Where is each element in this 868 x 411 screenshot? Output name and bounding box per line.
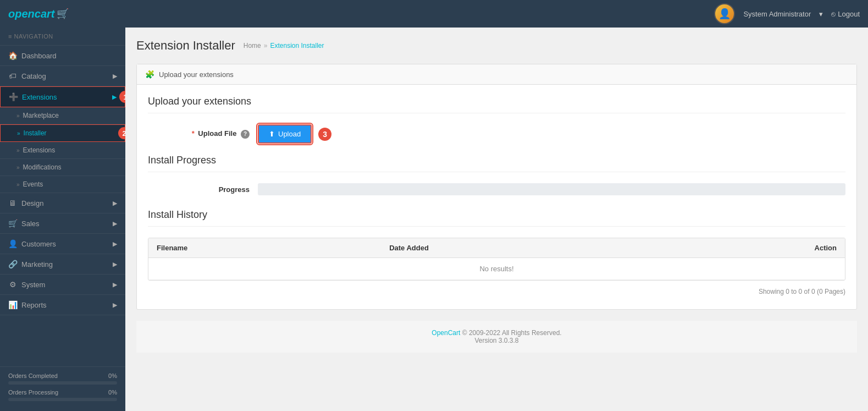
page-header: Extension Installer Home » Extension Ins… [136,39,857,53]
catalog-arrow: ▶ [113,73,117,80]
upload-btn-label: Upload [278,130,301,138]
catalog-icon: 🏷 [8,72,17,80]
customers-arrow: ▶ [113,240,117,248]
puzzle-icon: 🧩 [145,70,154,79]
page-title: Extension Installer [136,39,235,53]
history-table-container: Filename Date Added Action No results! [148,238,845,281]
progress-section: Install Progress Progress [148,155,845,195]
sales-icon: 🛒 [8,219,17,228]
table-header-row: Filename Date Added Action [148,238,845,258]
progress-bar-container [258,183,845,195]
sidebar-item-label: Design [21,199,43,207]
modifications-sub-arrow: » [16,165,20,171]
table-body: No results! [148,258,845,280]
sidebar-item-reports[interactable]: 📊 Reports ▶ [0,295,125,315]
annotation-badge-2: 2 [118,127,125,139]
header-right: 👤 System Administrator ▾ ⎋ Logout [714,3,860,24]
sidebar-item-system[interactable]: ⚙ System ▶ [0,275,125,295]
sidebar-item-label: Sales [21,220,40,228]
sidebar-item-label: Marketing [21,260,53,268]
reports-icon: 📊 [8,300,17,309]
history-table: Filename Date Added Action No results! [148,238,845,280]
breadcrumb-home[interactable]: Home [244,42,261,50]
footer-copyright: © 2009-2022 All Rights Reserved. [462,329,562,337]
logout-label: Logout [838,10,860,18]
content-area: Extension Installer Home » Extension Ins… [125,28,868,411]
sidebar-item-sales[interactable]: 🛒 Sales ▶ [0,213,125,234]
sidebar-item-label: Reports [21,301,47,309]
annotation-badge-1: 1 [119,91,125,103]
logout-icon: ⎋ [831,10,836,18]
extensions-icon: ➕ [9,92,18,101]
marketplace-sub-arrow: » [16,113,20,119]
orders-completed-row: Orders Completed 0% [8,372,117,379]
design-icon: 🖥 [8,199,17,207]
sidebar-sub-marketplace[interactable]: » Marketplace [0,107,125,124]
logo-text: opencart [8,8,54,20]
sidebar-sub-modifications[interactable]: » Modifications [0,159,125,176]
nav-header-label: ≡ NAVIGATION [8,33,53,40]
orders-processing-row: Orders Processing 0% [8,389,117,396]
col-filename: Filename [148,238,381,258]
marketing-icon: 🔗 [8,260,17,268]
footer-brand-link[interactable]: OpenCart [432,329,460,337]
sidebar-sub-installer[interactable]: » Installer 2 [0,124,125,142]
logo: opencart 🛒 [8,8,69,20]
events-sub-arrow: » [16,182,20,188]
system-arrow: ▶ [113,281,117,288]
avatar: 👤 [714,3,735,24]
footer-version: Version 3.0.3.8 [474,337,518,344]
extensions-arrow: ▶ [112,94,117,101]
history-title: Install History [148,209,845,227]
orders-completed-value: 0% [108,372,117,379]
sidebar-sub-label: Modifications [23,163,62,171]
upload-file-label: * Upload File ? [148,129,258,139]
table-header: Filename Date Added Action [148,238,845,258]
progress-label: Progress [148,185,258,194]
marketing-arrow: ▶ [113,261,117,268]
breadcrumb-current: Extension Installer [270,42,324,50]
upload-button[interactable]: ⬆ Upload [258,124,312,144]
sidebar-item-extensions[interactable]: ➕ Extensions ▶ 1 [0,86,125,107]
orders-completed-progress-bg [8,381,117,385]
logo-cart-icon: 🛒 [57,8,69,20]
top-header: opencart 🛒 👤 System Administrator ▾ ⎋ Lo… [0,0,868,28]
upload-section-title: Upload your extensions [148,96,845,113]
customers-icon: 👤 [8,239,17,248]
history-section: Install History Filename Date Added Acti… [148,209,845,298]
no-results-cell: No results! [148,258,845,280]
sidebar-item-label: System [21,281,45,289]
sidebar-item-customers[interactable]: 👤 Customers ▶ [0,234,125,254]
dashboard-icon: 🏠 [8,51,17,60]
page-footer: OpenCart © 2009-2022 All Rights Reserved… [136,321,857,353]
sidebar-item-marketing[interactable]: 🔗 Marketing ▶ [0,254,125,275]
logout-button[interactable]: ⎋ Logout [831,10,860,18]
admin-name[interactable]: System Administrator [743,10,811,18]
sales-arrow: ▶ [113,220,117,227]
breadcrumb: Home » Extension Installer [244,42,324,50]
sidebar-item-dashboard[interactable]: 🏠 Dashboard [0,46,125,66]
help-icon[interactable]: ? [241,130,250,139]
sidebar: ≡ NAVIGATION 🏠 Dashboard 🏷 Catalog ▶ ➕ E… [0,28,125,411]
sidebar-sub-extensions[interactable]: » Extensions [0,142,125,159]
breadcrumb-sep: » [264,42,268,50]
progress-title: Install Progress [148,155,845,172]
upload-panel: 🧩 Upload your extensions Upload your ext… [136,64,857,310]
sidebar-sub-label: Events [23,180,43,188]
extensions-sub-arrow: » [16,147,20,154]
sidebar-item-catalog[interactable]: 🏷 Catalog ▶ [0,66,125,86]
progress-form-row: Progress [148,183,845,195]
sidebar-stats: Orders Completed 0% Orders Processing 0% [0,366,125,411]
upload-form-row: * Upload File ? ⬆ Upload 3 [148,124,845,144]
reports-arrow: ▶ [113,302,117,309]
sidebar-item-design[interactable]: 🖥 Design ▶ [0,193,125,213]
admin-dropdown-arrow[interactable]: ▾ [819,10,823,18]
orders-processing-value: 0% [108,389,117,396]
main-layout: ≡ NAVIGATION 🏠 Dashboard 🏷 Catalog ▶ ➕ E… [0,28,868,411]
design-arrow: ▶ [113,200,117,207]
orders-processing-progress-bg [8,398,117,401]
sidebar-sub-events[interactable]: » Events [0,176,125,193]
sidebar-item-label: Catalog [21,72,46,80]
orders-completed-label: Orders Completed [8,372,58,379]
table-row-no-results: No results! [148,258,845,280]
